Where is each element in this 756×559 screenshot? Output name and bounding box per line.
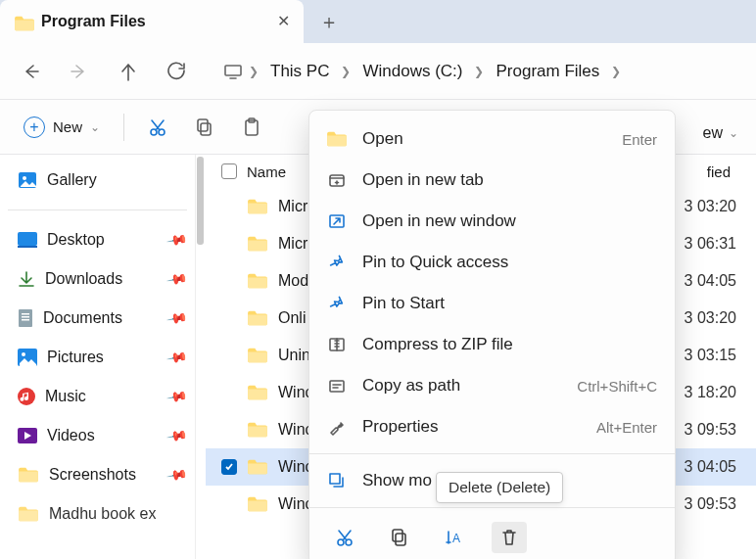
row-date: 3 04:05 (685, 272, 756, 290)
forward-button[interactable] (57, 52, 102, 91)
context-menu-label: Properties (362, 417, 438, 437)
pc-icon (223, 63, 243, 80)
column-modified[interactable]: fied (707, 163, 756, 180)
chevron-right-icon[interactable]: ❯ (249, 65, 259, 78)
view-label: ew (703, 124, 723, 142)
row-date: 3 09:53 (685, 495, 756, 513)
context-menu-item[interactable]: Compress to ZIP file (309, 324, 675, 365)
breadcrumb-segment[interactable]: Windows (C:) (356, 58, 468, 85)
folder-icon (247, 347, 268, 364)
chevron-down-icon: ⌄ (729, 126, 738, 140)
folder-icon (327, 130, 347, 148)
context-menu-label: Show mo (362, 471, 432, 490)
context-menu-item[interactable]: Copy as pathCtrl+Shift+C (309, 365, 675, 406)
row-checkbox[interactable] (221, 459, 237, 475)
chevron-right-icon[interactable]: ❯ (611, 65, 621, 78)
gallery-icon (18, 171, 37, 189)
sidebar-item-label: Downloads (45, 270, 122, 288)
sidebar-item-downloads[interactable]: Downloads 📌 (2, 259, 193, 299)
new-tab-button[interactable]: ＋ (319, 9, 339, 35)
sidebar-item-folder[interactable]: Madhu book ex (2, 494, 193, 534)
view-button-partial[interactable]: ew ⌄ (703, 124, 738, 142)
pin-icon: 📌 (165, 229, 188, 252)
folder-icon (14, 15, 31, 28)
new-window-icon (327, 212, 347, 230)
row-date: 3 03:20 (685, 309, 756, 327)
tooltip: Delete (Delete) (436, 472, 563, 503)
plus-icon: + (24, 116, 45, 138)
sidebar-item-music[interactable]: Music 📌 (2, 377, 193, 416)
zip-icon (327, 336, 347, 353)
svg-rect-11 (19, 309, 32, 327)
row-date: 3 03:20 (685, 198, 756, 215)
folder-icon (247, 309, 268, 327)
sidebar-item-documents[interactable]: Documents 📌 (2, 299, 193, 338)
rename-action[interactable]: A (437, 522, 472, 553)
context-menu-item[interactable]: Pin to Start (309, 283, 675, 324)
svg-rect-12 (22, 313, 29, 315)
context-action-row: A (309, 514, 675, 557)
context-menu-label: Copy as path (362, 376, 460, 396)
svg-point-8 (23, 176, 26, 180)
sidebar-item-label: Screenshots (49, 466, 136, 484)
folder-icon (247, 495, 268, 513)
context-menu-item[interactable]: Pin to Quick access (309, 242, 675, 283)
paste-button[interactable] (232, 110, 271, 145)
breadcrumb-segment[interactable]: Program Files (490, 58, 605, 85)
sidebar-item-videos[interactable]: Videos 📌 (2, 416, 193, 455)
show-more-icon (327, 472, 347, 489)
svg-text:A: A (452, 532, 460, 545)
breadcrumb-segment[interactable]: This PC (264, 58, 335, 85)
address-bar[interactable]: ❯ This PC ❯ Windows (C:) ❯ Program Files… (219, 52, 748, 91)
tab-strip: Program Files ✕ ＋ (0, 0, 756, 43)
select-all-checkbox[interactable] (221, 163, 237, 179)
new-button[interactable]: + New ⌄ (14, 111, 110, 144)
copy-action[interactable] (382, 522, 417, 553)
sidebar-item-pictures[interactable]: Pictures 📌 (2, 338, 193, 377)
context-menu-item[interactable]: Open in new tab (309, 160, 675, 201)
svg-rect-27 (393, 530, 402, 541)
column-name[interactable]: Name (247, 163, 286, 180)
splitter[interactable] (196, 155, 206, 559)
delete-action[interactable] (492, 522, 527, 553)
back-button[interactable] (8, 52, 53, 91)
svg-rect-3 (201, 123, 211, 135)
chevron-right-icon[interactable]: ❯ (474, 65, 484, 78)
svg-rect-23 (330, 474, 340, 484)
sidebar-item-label: Gallery (47, 171, 97, 189)
context-menu-item[interactable]: PropertiesAlt+Enter (309, 406, 675, 447)
pictures-icon (18, 349, 37, 366)
shortcut-label: Enter (622, 131, 657, 148)
music-icon (18, 388, 35, 405)
folder-icon (247, 384, 268, 401)
context-menu-item[interactable]: OpenEnter (309, 118, 675, 160)
sidebar-item-gallery[interactable]: Gallery (2, 161, 193, 200)
refresh-button[interactable] (155, 52, 200, 91)
copy-button[interactable] (185, 110, 224, 145)
context-menu-label: Pin to Quick access (362, 253, 508, 272)
new-button-label: New (53, 118, 82, 135)
svg-rect-22 (330, 381, 344, 392)
pin-icon: 📌 (165, 425, 188, 447)
sidebar-item-desktop[interactable]: Desktop 📌 (2, 220, 193, 259)
svg-rect-13 (22, 316, 29, 318)
shortcut-label: Alt+Enter (596, 419, 657, 436)
active-tab[interactable]: Program Files ✕ (0, 0, 304, 43)
pin-icon: 📌 (165, 307, 188, 330)
context-menu-item[interactable]: Open in new window (309, 201, 675, 242)
sidebar-item-label: Desktop (47, 231, 105, 249)
folder-icon (18, 505, 39, 523)
context-menu-label: Compress to ZIP file (362, 335, 513, 354)
svg-rect-0 (225, 66, 241, 75)
separator (309, 507, 675, 508)
up-button[interactable] (106, 52, 151, 91)
cut-button[interactable] (138, 110, 177, 145)
shortcut-label: Ctrl+Shift+C (577, 378, 657, 395)
chevron-right-icon[interactable]: ❯ (341, 65, 351, 78)
folder-icon (247, 198, 268, 215)
cut-action[interactable] (327, 522, 362, 553)
sidebar-item-screenshots[interactable]: Screenshots 📌 (2, 455, 193, 494)
pin-icon: 📌 (165, 347, 188, 369)
context-menu-label: Open in new window (362, 211, 516, 231)
close-tab-button[interactable]: ✕ (277, 14, 290, 29)
